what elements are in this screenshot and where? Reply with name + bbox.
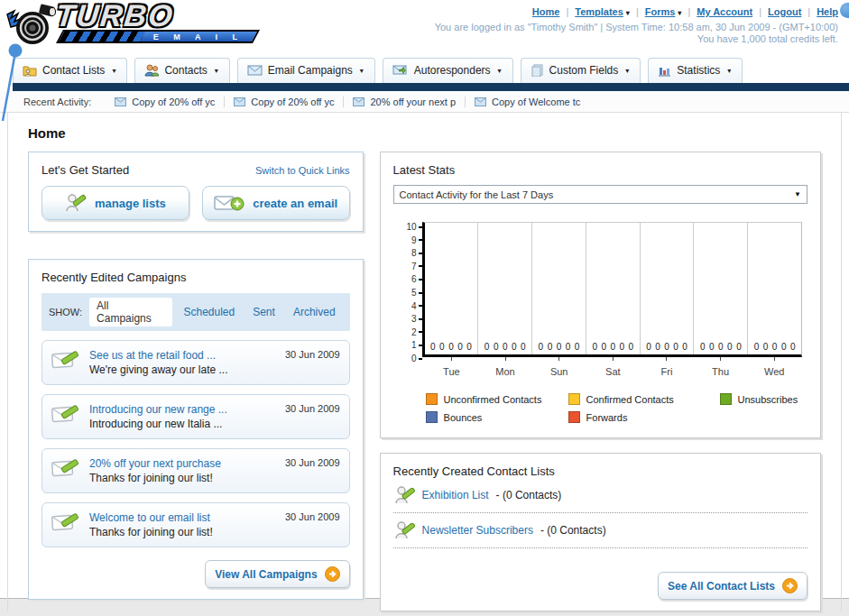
- page-title: Home: [28, 125, 821, 141]
- campaign-filter-bar: SHOW: All Campaigns Scheduled Sent Archi…: [42, 293, 350, 331]
- logo-title: TURBO: [54, 2, 257, 29]
- chart-x-label: Sat: [586, 357, 640, 379]
- create-email-button[interactable]: create an email: [202, 186, 350, 220]
- chart-x-label: Tue: [425, 357, 479, 379]
- campaign-item[interactable]: Welcome to our email list Thanks for joi…: [42, 502, 350, 547]
- chevron-down-icon: ▾: [215, 67, 218, 75]
- filter-all-campaigns[interactable]: All Campaigns: [89, 298, 172, 326]
- top-link-home[interactable]: Home: [532, 6, 560, 17]
- filter-sent[interactable]: Sent: [245, 304, 282, 320]
- switch-quick-links-link[interactable]: Switch to Quick Links: [255, 165, 350, 176]
- nav-tab-contact-lists[interactable]: Contact Lists ▾: [13, 58, 127, 83]
- top-link-logout[interactable]: Logout: [768, 6, 801, 17]
- recent-activity-item[interactable]: Copy of 20% off yc: [224, 97, 343, 107]
- legend-swatch: [426, 411, 438, 423]
- campaign-envelope-edit-icon: [51, 349, 80, 371]
- contact-list-edit-icon: [395, 520, 415, 540]
- top-link-my-account[interactable]: My Account: [697, 6, 752, 17]
- campaign-title-link[interactable]: Welcome to our email list: [89, 511, 276, 524]
- campaign-envelope-edit-icon: [51, 403, 80, 425]
- legend-item: Unsubscribes: [720, 393, 802, 405]
- chart-x-label: Sun: [532, 357, 586, 379]
- campaign-item[interactable]: Introducing our new range ... Introducin…: [42, 394, 350, 439]
- get-started-title: Let's Get Started: [42, 163, 129, 177]
- envelope-icon: [234, 97, 245, 106]
- filter-archived[interactable]: Archived: [286, 304, 343, 320]
- chart-category-group: 00000: [694, 223, 748, 354]
- stats-period-value: Contact Activity for the Last 7 Days: [400, 189, 554, 200]
- legend-swatch: [720, 393, 732, 405]
- latest-stats-panel: Latest Stats Contact Activity for the La…: [380, 152, 821, 438]
- nav-tab-statistics[interactable]: Statistics ▾: [648, 58, 743, 83]
- recent-activity-item[interactable]: Copy of Welcome tc: [465, 97, 589, 107]
- campaigns-panel-title: Recently Edited Campaigns: [42, 271, 350, 284]
- contact-list-row[interactable]: Newsletter Subscribers - (0 Contacts): [393, 513, 807, 548]
- nav-tab-label: Email Campaigns: [268, 64, 353, 77]
- balloon-string-decoration: [0, 41, 27, 124]
- campaign-title-link[interactable]: 20% off your next purchase: [89, 457, 276, 470]
- contact-list-count: - (0 Contacts): [496, 489, 562, 501]
- nav-tab-label: Custom Fields: [549, 64, 619, 77]
- contact-list-row[interactable]: Exhibition List - (0 Contacts): [393, 478, 807, 513]
- legend-swatch: [568, 393, 580, 405]
- nav-tab-label: Contact Lists: [42, 64, 105, 77]
- recent-activity-item[interactable]: 20% off your next p: [343, 97, 465, 107]
- autoresponders-icon: [392, 65, 409, 77]
- chart-x-label: Thu: [694, 357, 748, 379]
- contact-list-count: - (0 Contacts): [540, 524, 606, 537]
- main-content: Home Let's Get Started Switch to Quick L…: [7, 113, 842, 611]
- chevron-down-icon: ▾: [112, 67, 115, 75]
- arrow-right-icon: [782, 578, 798, 593]
- campaign-title-link[interactable]: Introducing our new range ...: [89, 403, 276, 416]
- campaign-envelope-edit-icon: [51, 511, 80, 533]
- envelope-icon: [115, 97, 126, 106]
- chart-plot: 00000000000000000000000000000000000: [422, 222, 802, 357]
- chart-category-group: 00000: [748, 223, 801, 354]
- contact-list-link[interactable]: Newsletter Subscribers: [422, 524, 533, 537]
- header: TURBO E M A I L Home | Templates▾ | Form…: [0, 0, 849, 58]
- contact-list-link[interactable]: Exhibition List: [422, 489, 489, 501]
- campaign-subtitle: Thanks for joining our list!: [89, 472, 276, 484]
- nav-tab-email-campaigns[interactable]: Email Campaigns ▾: [237, 58, 375, 83]
- top-link-templates[interactable]: Templates▾: [575, 6, 630, 17]
- filter-scheduled[interactable]: Scheduled: [176, 304, 242, 320]
- campaign-item[interactable]: See us at the retail food ... We're givi…: [42, 340, 350, 385]
- logo-text: TURBO E M A I L: [56, 2, 256, 43]
- separator: |: [636, 6, 639, 17]
- recently-edited-campaigns-panel: Recently Edited Campaigns SHOW: All Camp…: [28, 259, 364, 600]
- top-link-forms[interactable]: Forms▾: [645, 6, 682, 17]
- view-all-campaigns-button[interactable]: View All Campaigns: [205, 560, 349, 588]
- nav-tab-label: Contacts: [164, 64, 207, 77]
- stats-period-select[interactable]: Contact Activity for the Last 7 Days ▼: [393, 185, 807, 204]
- chart-category-group: 00000: [532, 223, 586, 354]
- see-all-contact-lists-button[interactable]: See All Contact Lists: [658, 572, 807, 600]
- chart-category-group: 00000: [586, 223, 641, 354]
- legend-item: Confirmed Contacts: [568, 393, 720, 405]
- campaign-date: 30 Jun 2009: [285, 349, 340, 360]
- chevron-down-icon: ▾: [498, 67, 502, 75]
- campaign-date: 30 Jun 2009: [285, 457, 340, 468]
- nav-tab-contacts[interactable]: Contacts ▾: [134, 58, 229, 83]
- nav-tab-label: Autoresponders: [414, 64, 491, 77]
- campaign-envelope-edit-icon: [51, 457, 80, 479]
- envelope-icon: [353, 97, 365, 106]
- legend-item: Unconfirmed Contacts: [426, 393, 568, 405]
- select-arrow-icon: ▼: [794, 190, 801, 198]
- chart-category-group: 00000: [478, 223, 532, 354]
- email-campaigns-icon: [247, 65, 263, 76]
- chart-x-labels: TueMonSunSatFriThuWed: [425, 357, 801, 379]
- top-link-help[interactable]: Help: [817, 6, 838, 17]
- campaign-title-link[interactable]: See us at the retail food ...: [89, 349, 276, 362]
- separator: |: [688, 6, 690, 17]
- logo-stripes: [59, 32, 145, 41]
- campaign-item[interactable]: 20% off your next purchase Thanks for jo…: [42, 448, 350, 493]
- campaign-subtitle: Introducing our new Italia ...: [89, 418, 276, 430]
- nav-tab-autoresponders[interactable]: Autoresponders ▾: [383, 58, 513, 83]
- campaign-subtitle: Thanks for joining our list!: [89, 526, 276, 538]
- legend-swatch: [426, 393, 438, 405]
- manage-lists-button[interactable]: manage lists: [42, 186, 189, 220]
- recent-activity-item[interactable]: Copy of 20% off yc: [106, 97, 224, 107]
- nav-tab-custom-fields[interactable]: Custom Fields ▾: [521, 58, 641, 83]
- logo-subtitle: E M A I L: [153, 32, 244, 41]
- header-right: Home | Templates▾ | Forms▾ | My Account …: [435, 6, 838, 44]
